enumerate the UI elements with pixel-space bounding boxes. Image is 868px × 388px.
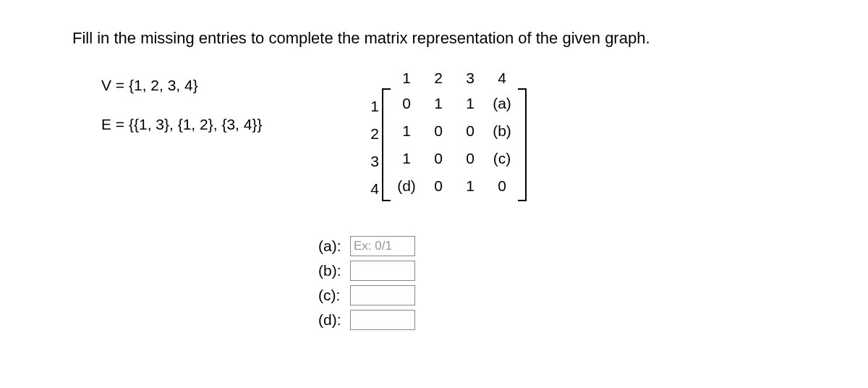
matrix-cell-blank-a: (a) xyxy=(486,95,518,112)
row-header: 4 xyxy=(362,178,379,200)
matrix-cell-blank-b: (b) xyxy=(486,122,518,140)
row-header: 1 xyxy=(362,96,379,117)
col-header: 2 xyxy=(422,69,454,87)
col-header: 1 xyxy=(391,69,422,87)
matrix-col-headers: 1 2 3 4 xyxy=(385,69,524,87)
instruction-text: Fill in the missing entries to complete … xyxy=(72,29,796,48)
input-row-d: (d): xyxy=(318,310,796,330)
content-row: V = {1, 2, 3, 4} E = {{1, 3}, {1, 2}, {3… xyxy=(72,69,796,200)
matrix-row-headers: 1 2 3 4 xyxy=(362,69,379,200)
matrix-cell: 0 xyxy=(486,177,518,195)
input-label-a: (a): xyxy=(318,237,344,255)
matrix-cell-blank-d: (d) xyxy=(391,177,422,195)
matrix-cell: 1 xyxy=(454,95,486,112)
matrix-cell: 0 xyxy=(454,122,486,140)
matrix-cell: 0 xyxy=(391,95,422,112)
input-row-b: (b): xyxy=(318,261,796,281)
matrix-cell: 0 xyxy=(422,150,454,167)
input-row-a: (a): xyxy=(318,236,796,256)
col-header: 3 xyxy=(454,69,486,87)
matrix-cell: 0 xyxy=(422,122,454,140)
matrix-area: 1 2 3 4 1 2 3 4 0 1 1 (a) 1 0 0 (b) 1 0 xyxy=(362,69,524,200)
matrix-cell: 0 xyxy=(422,177,454,195)
matrix-cell: 1 xyxy=(391,150,422,167)
col-header: 4 xyxy=(486,69,518,87)
vertex-set: V = {1, 2, 3, 4} xyxy=(101,77,289,94)
input-d[interactable] xyxy=(350,310,415,330)
graph-definition: V = {1, 2, 3, 4} E = {{1, 3}, {1, 2}, {3… xyxy=(72,69,289,155)
row-header: 3 xyxy=(362,151,379,172)
matrix-body: 0 1 1 (a) 1 0 0 (b) 1 0 0 (c) (d) 0 1 0 xyxy=(385,90,524,200)
matrix-cell: 1 xyxy=(391,122,422,140)
matrix-wrap: 1 2 3 4 0 1 1 (a) 1 0 0 (b) 1 0 0 (c) (d… xyxy=(385,69,524,200)
matrix-cell: 1 xyxy=(422,95,454,112)
matrix-cell-blank-c: (c) xyxy=(486,150,518,167)
row-header: 2 xyxy=(362,123,379,145)
matrix-cell: 1 xyxy=(454,177,486,195)
edge-set: E = {{1, 3}, {1, 2}, {3, 4}} xyxy=(101,116,289,133)
input-label-c: (c): xyxy=(318,287,344,304)
input-label-b: (b): xyxy=(318,262,344,279)
input-row-c: (c): xyxy=(318,285,796,305)
input-b[interactable] xyxy=(350,261,415,281)
input-label-d: (d): xyxy=(318,311,344,329)
answer-inputs: (a): (b): (c): (d): xyxy=(318,236,796,330)
input-c[interactable] xyxy=(350,285,415,305)
matrix-cell: 0 xyxy=(454,150,486,167)
input-a[interactable] xyxy=(350,236,415,256)
